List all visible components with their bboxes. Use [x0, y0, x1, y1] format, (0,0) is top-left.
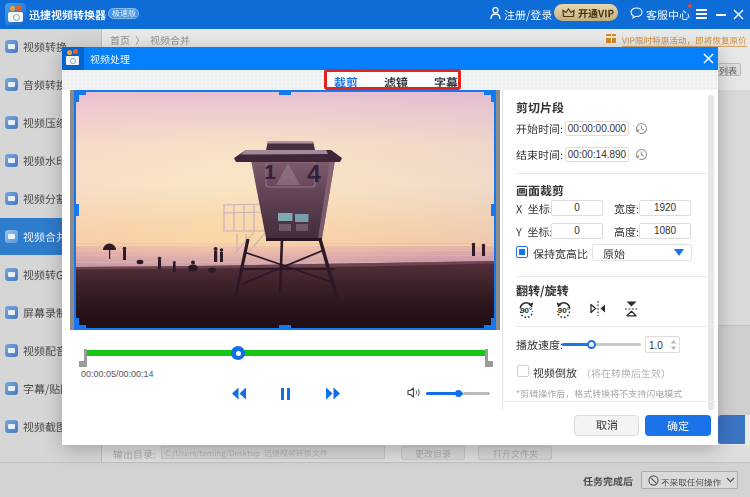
svg-text:4: 4	[307, 160, 321, 187]
svg-text:90°: 90°	[558, 306, 570, 315]
svg-text:1: 1	[264, 160, 276, 183]
svg-text:90°: 90°	[520, 306, 532, 315]
